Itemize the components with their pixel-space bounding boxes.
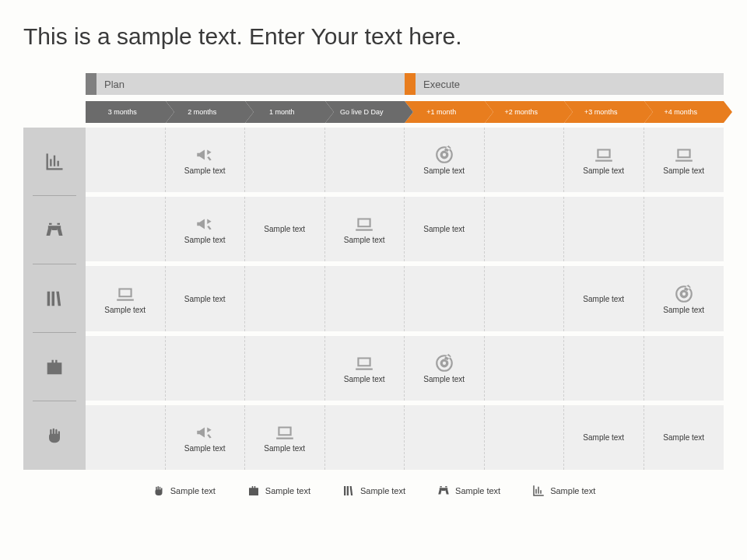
bar-chart-icon — [531, 484, 545, 498]
cell-label: Sample text — [184, 295, 226, 303]
cell-2-6: Sample text — [564, 266, 644, 331]
cell-2-7: Sample text — [644, 266, 724, 331]
cell-3-6 — [564, 336, 644, 401]
laptop-icon — [354, 353, 374, 373]
cell-4-7: Sample text — [644, 405, 724, 470]
cell-0-0 — [86, 128, 166, 192]
cell-label: Sample text — [184, 444, 226, 453]
cell-0-6: Sample text — [564, 128, 644, 192]
cell-label: Sample text — [583, 166, 624, 175]
target-icon — [434, 145, 454, 165]
cell-3-7 — [644, 336, 724, 401]
laptop-icon — [674, 145, 694, 165]
matrix-row-1: Sample textSample textSample textSample … — [86, 197, 724, 266]
laptop-icon — [115, 284, 135, 304]
cell-label: Sample text — [264, 225, 305, 233]
cell-label: Sample text — [423, 225, 465, 233]
cell-2-1: Sample text — [166, 266, 246, 331]
legend-item-0: Sample text — [152, 484, 216, 498]
cell-0-5 — [485, 128, 565, 192]
cell-1-4: Sample text — [405, 197, 485, 261]
cell-4-2: Sample text — [245, 405, 325, 470]
legend-item-3: Sample text — [437, 484, 500, 498]
row-label-2 — [23, 264, 86, 333]
row-label-4 — [23, 401, 86, 470]
cell-label: Sample text — [423, 166, 465, 175]
cell-3-1 — [166, 336, 246, 401]
phase-plan: Plan — [86, 73, 405, 95]
megaphone-icon — [195, 422, 215, 443]
legend-label: Sample text — [550, 486, 595, 495]
binoculars-icon — [437, 484, 451, 498]
legend-label: Sample text — [170, 486, 216, 495]
matrix-row-3: Sample textSample text — [86, 336, 724, 405]
legend: Sample textSample textSample textSample … — [23, 484, 724, 498]
cell-4-3 — [325, 405, 405, 470]
laptop-icon — [354, 214, 374, 234]
legend-item-1: Sample text — [247, 484, 310, 498]
matrix-row-0: Sample textSample textSample textSample … — [86, 128, 724, 197]
timeline-step-1: 2 months — [166, 101, 246, 123]
cell-1-3: Sample text — [325, 197, 405, 261]
legend-label: Sample text — [455, 486, 500, 495]
briefcase-icon — [44, 356, 65, 378]
fist-icon — [44, 425, 65, 446]
matrix-row-2: Sample textSample textSample textSample … — [86, 266, 724, 335]
cell-label: Sample text — [344, 236, 385, 244]
target-icon — [434, 353, 454, 373]
cell-3-4: Sample text — [405, 336, 485, 401]
cell-1-6 — [564, 197, 644, 261]
books-icon — [342, 484, 356, 498]
cell-0-4: Sample text — [405, 128, 485, 192]
phase-execute-label: Execute — [423, 79, 460, 90]
cell-2-0: Sample text — [86, 266, 166, 331]
row-label-1 — [23, 196, 86, 264]
timeline-step-2: 1 month — [245, 101, 325, 123]
phase-execute: Execute — [405, 73, 724, 95]
cell-1-5 — [485, 197, 565, 261]
matrix-grid: Sample textSample textSample textSample … — [23, 128, 724, 470]
cell-label: Sample text — [104, 306, 146, 314]
timeline-step-4: +1 month — [405, 101, 485, 123]
timeline-chevrons: 3 months2 months1 monthGo live D Day+1 m… — [86, 101, 724, 123]
timeline-step-7: +4 months — [644, 101, 724, 123]
phase-bar: Plan Execute — [86, 73, 724, 95]
laptop-icon — [594, 145, 614, 165]
cell-0-7: Sample text — [644, 128, 724, 192]
timeline-step-5: +2 months — [485, 101, 565, 123]
megaphone-icon — [195, 145, 215, 165]
cell-0-1: Sample text — [166, 128, 246, 192]
cell-2-4 — [405, 266, 485, 331]
cell-4-0 — [86, 405, 166, 470]
slide: This is a sample text. Enter Your text h… — [0, 0, 747, 560]
cell-2-2 — [245, 266, 325, 331]
slide-title[interactable]: This is a sample text. Enter Your text h… — [23, 23, 724, 50]
phase-plan-label: Plan — [104, 79, 124, 90]
cell-4-5 — [485, 405, 565, 470]
cell-1-2: Sample text — [245, 197, 325, 261]
cell-label: Sample text — [663, 306, 704, 314]
timeline-step-0: 3 months — [86, 101, 166, 123]
cell-1-0 — [86, 197, 166, 261]
binoculars-icon — [44, 219, 65, 241]
cell-4-6: Sample text — [564, 405, 644, 470]
target-icon — [674, 284, 694, 304]
timeline-step-3: Go live D Day — [325, 101, 405, 123]
cell-label: Sample text — [423, 375, 465, 383]
cell-0-3 — [325, 128, 405, 192]
cell-label: Sample text — [583, 433, 624, 442]
cell-1-7 — [644, 197, 724, 261]
cell-4-1: Sample text — [166, 405, 246, 470]
megaphone-icon — [195, 214, 215, 234]
cell-label: Sample text — [663, 166, 704, 175]
row-label-0 — [23, 128, 86, 196]
legend-item-2: Sample text — [342, 484, 405, 498]
cell-2-5 — [485, 266, 565, 331]
cell-label: Sample text — [663, 433, 704, 442]
briefcase-icon — [247, 484, 261, 498]
cell-label: Sample text — [184, 236, 226, 244]
legend-label: Sample text — [265, 486, 310, 495]
bar-chart-icon — [44, 151, 65, 173]
cell-label: Sample text — [264, 444, 305, 453]
cell-0-2 — [245, 128, 325, 192]
